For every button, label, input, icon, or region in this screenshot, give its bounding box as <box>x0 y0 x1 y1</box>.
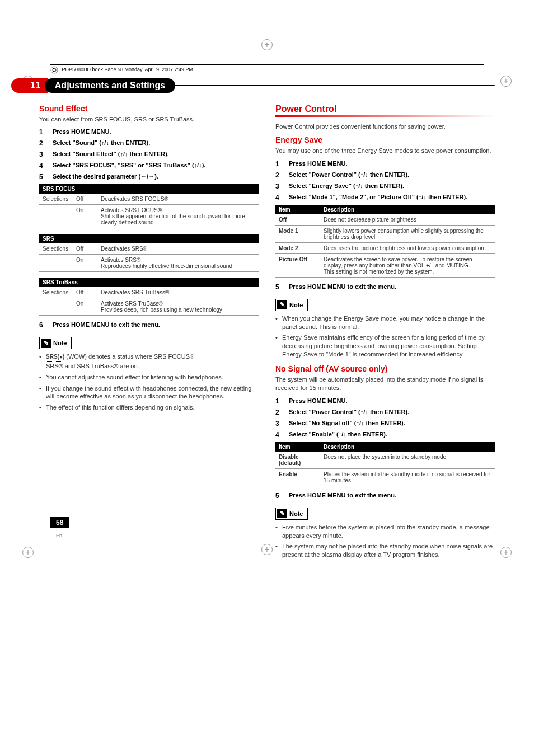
note-label: Note <box>289 510 303 517</box>
step-3: 3Select "Sound Effect" (↑/↓ then ENTER). <box>39 151 259 158</box>
no-signal-off-intro: The system will be automatically placed … <box>275 375 495 393</box>
pencil-icon: ✎ <box>41 339 51 348</box>
list-item: The system may not be placed into the st… <box>275 542 495 559</box>
table-row: Disable (default)Does not place the syst… <box>275 452 495 469</box>
list-item: Energy Save maintains efficiency of the … <box>275 334 495 359</box>
table-row: EnablePlaces the system into the standby… <box>275 468 495 486</box>
table-row: SelectionsOffDeactivates SRS FOCUS® <box>39 194 259 205</box>
note-list-r1: When you change the Energy Save mode, yo… <box>275 314 495 359</box>
step-2: 2Select "Sound" (↑/↓ then ENTER). <box>39 139 259 147</box>
step-5: 5Select the desired parameter (←/→). <box>39 173 259 181</box>
pencil-icon: ✎ <box>277 300 287 309</box>
list-item: You cannot adjust the sound effect for l… <box>39 373 259 382</box>
section-sound-effect-title: Sound Effect <box>39 104 259 113</box>
note-badge-r1: ✎ Note <box>275 299 308 311</box>
energy-save-title: Energy Save <box>275 135 495 144</box>
table-row: SelectionsOffDeactivates SRS® <box>39 243 259 255</box>
power-control-title: Power Control <box>275 104 495 114</box>
step-r1-4: 4Select "Mode 1", "Mode 2", or "Picture … <box>275 194 495 201</box>
note-list-r2: Five minutes before the system is placed… <box>275 523 495 559</box>
pencil-icon: ✎ <box>277 509 287 518</box>
note-label: Note <box>53 340 67 346</box>
table-row: OffDoes not decrease picture brightness <box>275 214 495 226</box>
list-item: The effect of this function differs depe… <box>39 403 259 412</box>
step-r1-2: 2Select "Power Control" (↑/↓ then ENTER)… <box>275 171 495 179</box>
srs-logo-icon: SRS(●) <box>46 353 64 362</box>
table-row: SelectionsOffDeactivates SRS TruBass® <box>39 287 259 298</box>
note-badge: ✎ Note <box>39 337 72 349</box>
table-row: OnActivates SRS® Reproduces highly effec… <box>39 255 259 272</box>
energy-save-intro: You may use one of the three Energy Save… <box>275 147 495 155</box>
step-r1-5: 5Press HOME MENU to exit the menu. <box>275 283 495 291</box>
list-item: Five minutes before the system is placed… <box>275 523 495 540</box>
note-badge-r2: ✎ Note <box>275 508 308 520</box>
list-item: When you change the Energy Save mode, yo… <box>275 314 495 331</box>
step-r2-2: 2Select "Power Control" (↑/↓ then ENTER)… <box>275 408 495 416</box>
energy-save-table: ItemDescription OffDoes not decrease pic… <box>275 205 495 278</box>
step-4: 4Select "SRS FOCUS", "SRS" or "SRS TruBa… <box>39 162 259 170</box>
left-column: Sound Effect You can select from SRS FOC… <box>39 104 259 562</box>
chapter-number: 11 <box>11 78 48 93</box>
step-r1-3: 3Select "Energy Save" (↑/↓ then ENTER). <box>275 182 495 190</box>
step-1: 1Press HOME MENU. <box>39 128 259 136</box>
step-6-left: 6Press HOME MENU to exit the menu. <box>39 321 259 329</box>
srs-focus-table: SRS FOCUS SelectionsOffDeactivates SRS F… <box>39 184 259 228</box>
step-r2-5: 5Press HOME MENU to exit the menu. <box>275 492 495 500</box>
note-list-left: SRS(●) (WOW) denotes a status where SRS … <box>39 353 259 412</box>
right-column: Power Control Power Control provides con… <box>275 104 495 562</box>
chapter-title: Adjustments and Settings <box>45 78 175 93</box>
table-row: Mode 2Decreases the picture brightness a… <box>275 242 495 253</box>
step-r1-1: 1Press HOME MENU. <box>275 160 495 168</box>
chapter-header: 11 Adjustments and Settings <box>39 78 495 93</box>
chapter-line <box>173 85 495 86</box>
list-item: SRS(●) (WOW) denotes a status where SRS … <box>39 353 259 370</box>
power-control-intro: Power Control provides convenient functi… <box>275 123 495 131</box>
step-r2-1: 1Press HOME MENU. <box>275 397 495 405</box>
table-row: OnActivates SRS FOCUS® Shifts the appare… <box>39 205 259 228</box>
list-item: If you change the sound effect with head… <box>39 384 259 401</box>
page-language: En <box>56 533 62 538</box>
page-number: 58 <box>50 517 69 528</box>
section-underline <box>275 115 495 117</box>
table-row: OnActivates SRS TruBass® Provides deep, … <box>39 298 259 316</box>
step-r2-3: 3Select "No Signal off" (↑/↓ then ENTER)… <box>275 420 495 428</box>
no-signal-table: ItemDescription Disable (default)Does no… <box>275 442 495 486</box>
sound-effect-intro: You can select from SRS FOCUS, SRS or SR… <box>39 115 259 124</box>
step-r2-4: 4Select "Enable" (↑/↓ then ENTER). <box>275 431 495 439</box>
table-row: Picture OffDeactivates the screen to sav… <box>275 253 495 277</box>
srs-table: SRS SelectionsOffDeactivates SRS® OnActi… <box>39 234 259 272</box>
note-label: Note <box>289 302 303 308</box>
table-row: Mode 1Slightly lowers power consumption … <box>275 225 495 242</box>
no-signal-off-title: No Signal off (AV source only) <box>275 364 495 373</box>
srs-trubass-table: SRS TruBass SelectionsOffDeactivates SRS… <box>39 278 259 316</box>
